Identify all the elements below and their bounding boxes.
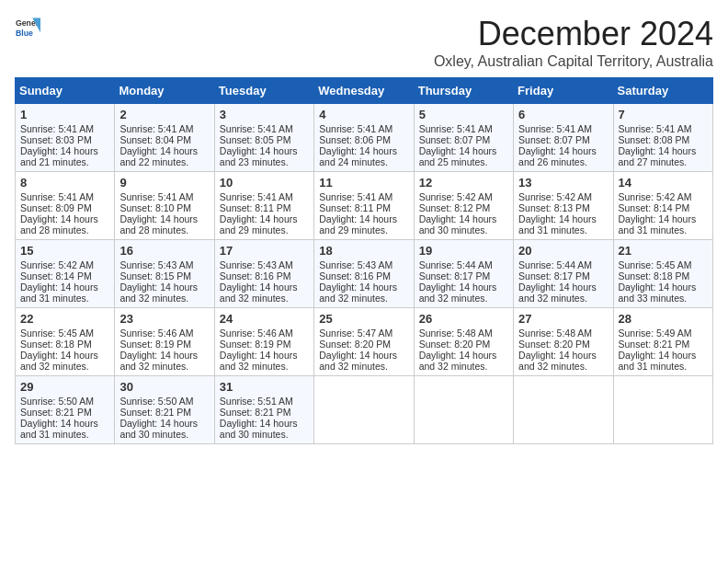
sunrise-label: Sunrise: 5:48 AM (518, 327, 592, 339)
day-number: 31 (220, 380, 309, 394)
calendar-cell: 9 Sunrise: 5:41 AM Sunset: 8:10 PM Dayli… (115, 172, 214, 240)
calendar-cell: 29 Sunrise: 5:50 AM Sunset: 8:21 PM Dayl… (16, 376, 115, 444)
calendar-cell: 15 Sunrise: 5:42 AM Sunset: 8:14 PM Dayl… (16, 240, 115, 308)
col-friday: Friday (514, 78, 613, 104)
day-number: 2 (119, 108, 209, 121)
day-number: 20 (518, 244, 608, 258)
day-number: 22 (20, 312, 109, 326)
day-number: 26 (419, 312, 508, 326)
sunrise-label: Sunrise: 5:41 AM (119, 123, 193, 134)
sunrise-label: Sunrise: 5:51 AM (220, 396, 293, 407)
sunrise-label: Sunrise: 5:50 AM (119, 396, 193, 407)
calendar-cell: 11 Sunrise: 5:41 AM Sunset: 8:11 PM Dayl… (314, 172, 414, 240)
sunset-label: Sunset: 8:10 PM (119, 202, 191, 213)
daylight-label: Daylight: 14 hours and 33 minutes. (619, 282, 697, 304)
day-number: 6 (518, 108, 608, 121)
daylight-label: Daylight: 14 hours and 23 minutes. (220, 145, 298, 167)
sunrise-label: Sunrise: 5:41 AM (419, 123, 493, 134)
calendar-cell: 2 Sunrise: 5:41 AM Sunset: 8:04 PM Dayli… (115, 104, 214, 172)
daylight-label: Daylight: 14 hours and 32 minutes. (518, 350, 597, 372)
daylight-label: Daylight: 14 hours and 32 minutes. (20, 350, 98, 372)
daylight-label: Daylight: 14 hours and 29 minutes. (220, 213, 298, 236)
calendar-cell: 24 Sunrise: 5:46 AM Sunset: 8:19 PM Dayl… (214, 308, 313, 376)
day-number: 17 (220, 244, 309, 258)
sunrise-label: Sunrise: 5:42 AM (518, 191, 592, 202)
sunset-label: Sunset: 8:21 PM (619, 339, 690, 350)
day-number: 19 (419, 244, 508, 258)
daylight-label: Daylight: 14 hours and 32 minutes. (419, 350, 497, 372)
day-number: 4 (319, 108, 408, 121)
sunrise-label: Sunrise: 5:50 AM (20, 396, 94, 407)
calendar-cell: 13 Sunrise: 5:42 AM Sunset: 8:13 PM Dayl… (514, 172, 613, 240)
sunset-label: Sunset: 8:18 PM (619, 270, 690, 282)
day-number: 25 (319, 312, 408, 326)
daylight-label: Daylight: 14 hours and 27 minutes. (619, 145, 697, 167)
sunset-label: Sunset: 8:18 PM (20, 339, 92, 350)
calendar-cell: 10 Sunrise: 5:41 AM Sunset: 8:11 PM Dayl… (214, 172, 313, 240)
calendar-table: Sunday Monday Tuesday Wednesday Thursday… (15, 77, 713, 444)
calendar-cell: 21 Sunrise: 5:45 AM Sunset: 8:18 PM Dayl… (613, 240, 712, 308)
daylight-label: Daylight: 14 hours and 32 minutes. (119, 282, 198, 304)
calendar-week-row: 22 Sunrise: 5:45 AM Sunset: 8:18 PM Dayl… (16, 308, 713, 376)
calendar-cell: 23 Sunrise: 5:46 AM Sunset: 8:19 PM Dayl… (115, 308, 214, 376)
daylight-label: Daylight: 14 hours and 21 minutes. (20, 145, 98, 167)
calendar-cell (414, 376, 513, 444)
sunrise-label: Sunrise: 5:46 AM (220, 327, 293, 339)
sunset-label: Sunset: 8:09 PM (20, 202, 92, 213)
sunrise-label: Sunrise: 5:43 AM (319, 259, 392, 270)
daylight-label: Daylight: 14 hours and 30 minutes. (419, 213, 497, 236)
sunrise-label: Sunrise: 5:43 AM (220, 259, 293, 270)
sunrise-label: Sunrise: 5:41 AM (220, 123, 293, 134)
daylight-label: Daylight: 14 hours and 31 minutes. (518, 213, 597, 236)
calendar-cell (514, 376, 613, 444)
calendar-cell: 8 Sunrise: 5:41 AM Sunset: 8:09 PM Dayli… (16, 172, 115, 240)
sunset-label: Sunset: 8:14 PM (619, 202, 690, 213)
daylight-label: Daylight: 14 hours and 31 minutes. (619, 213, 697, 236)
calendar-cell: 3 Sunrise: 5:41 AM Sunset: 8:05 PM Dayli… (214, 104, 313, 172)
sunset-label: Sunset: 8:16 PM (220, 270, 291, 282)
day-number: 30 (119, 380, 209, 394)
calendar-week-row: 29 Sunrise: 5:50 AM Sunset: 8:21 PM Dayl… (16, 376, 713, 444)
daylight-label: Daylight: 14 hours and 32 minutes. (319, 282, 397, 304)
sunset-label: Sunset: 8:06 PM (319, 134, 391, 145)
col-thursday: Thursday (414, 78, 513, 104)
day-number: 15 (20, 244, 109, 258)
sunrise-label: Sunrise: 5:48 AM (419, 327, 493, 339)
daylight-label: Daylight: 14 hours and 31 minutes. (20, 418, 98, 440)
sunrise-label: Sunrise: 5:44 AM (518, 259, 592, 270)
sunset-label: Sunset: 8:14 PM (20, 270, 92, 282)
calendar-cell: 16 Sunrise: 5:43 AM Sunset: 8:15 PM Dayl… (115, 240, 214, 308)
day-number: 23 (119, 312, 209, 326)
sunset-label: Sunset: 8:03 PM (20, 134, 92, 145)
daylight-label: Daylight: 14 hours and 32 minutes. (518, 282, 597, 304)
sunset-label: Sunset: 8:15 PM (119, 270, 191, 282)
daylight-label: Daylight: 14 hours and 22 minutes. (119, 145, 198, 167)
day-number: 5 (419, 108, 508, 121)
calendar-cell: 1 Sunrise: 5:41 AM Sunset: 8:03 PM Dayli… (16, 104, 115, 172)
daylight-label: Daylight: 14 hours and 32 minutes. (119, 350, 198, 372)
sunset-label: Sunset: 8:17 PM (419, 270, 491, 282)
sunrise-label: Sunrise: 5:41 AM (319, 123, 392, 134)
calendar-cell: 28 Sunrise: 5:49 AM Sunset: 8:21 PM Dayl… (613, 308, 712, 376)
day-number: 8 (20, 176, 109, 190)
calendar-cell: 14 Sunrise: 5:42 AM Sunset: 8:14 PM Dayl… (613, 172, 712, 240)
calendar-cell: 18 Sunrise: 5:43 AM Sunset: 8:16 PM Dayl… (314, 240, 414, 308)
sunrise-label: Sunrise: 5:42 AM (20, 259, 94, 270)
sunrise-label: Sunrise: 5:49 AM (619, 327, 692, 339)
sunset-label: Sunset: 8:08 PM (619, 134, 690, 145)
daylight-label: Daylight: 14 hours and 30 minutes. (119, 418, 198, 440)
daylight-label: Daylight: 14 hours and 32 minutes. (419, 282, 497, 304)
daylight-label: Daylight: 14 hours and 24 minutes. (319, 145, 397, 167)
sunset-label: Sunset: 8:11 PM (319, 202, 391, 213)
calendar-cell: 4 Sunrise: 5:41 AM Sunset: 8:06 PM Dayli… (314, 104, 414, 172)
page-title: December 2024 (434, 15, 713, 53)
calendar-week-row: 15 Sunrise: 5:42 AM Sunset: 8:14 PM Dayl… (16, 240, 713, 308)
calendar-week-row: 8 Sunrise: 5:41 AM Sunset: 8:09 PM Dayli… (16, 172, 713, 240)
daylight-label: Daylight: 14 hours and 28 minutes. (119, 213, 198, 236)
calendar-cell: 7 Sunrise: 5:41 AM Sunset: 8:08 PM Dayli… (613, 104, 712, 172)
calendar-cell: 30 Sunrise: 5:50 AM Sunset: 8:21 PM Dayl… (115, 376, 214, 444)
sunrise-label: Sunrise: 5:41 AM (20, 123, 94, 134)
calendar-cell: 17 Sunrise: 5:43 AM Sunset: 8:16 PM Dayl… (214, 240, 313, 308)
calendar-cell (613, 376, 712, 444)
day-number: 1 (20, 108, 109, 121)
